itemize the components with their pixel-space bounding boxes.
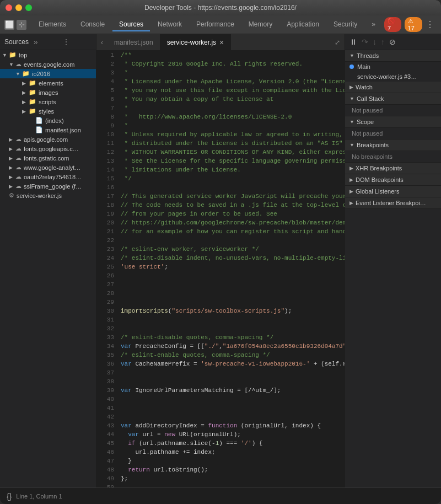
watch-section-header[interactable]: ▶ Watch	[345, 82, 441, 93]
code-line: var PrecacheConfig = [["./","1a676f054a8…	[121, 342, 340, 351]
editor-tab-manifest[interactable]: manifest.json	[107, 34, 160, 50]
tree-item-styles[interactable]: ▶ 📁 styles	[0, 106, 96, 116]
tab-performance[interactable]: Performance	[190, 18, 241, 31]
code-line: // https://github.com/googlechrome/sw-pr…	[121, 218, 340, 227]
code-line: * Unless required by applicable law or a…	[121, 130, 340, 139]
tab-security[interactable]: Security	[327, 18, 364, 31]
line-number: 21	[96, 227, 114, 236]
code-line: *	[121, 68, 340, 77]
code-line	[121, 395, 340, 404]
line-number: 22	[96, 236, 114, 245]
line-number: 33	[96, 333, 114, 342]
tree-item-apis[interactable]: ▶ ☁ apis.google.com	[0, 135, 96, 144]
minimize-button[interactable]	[15, 4, 22, 11]
code-line: /* eslint-env worker, serviceworker */	[121, 245, 340, 254]
threads-section-header[interactable]: ▼ Threads	[345, 50, 441, 62]
editor-tab-serviceworker[interactable]: service-worker.js ×	[160, 34, 232, 50]
line-number: 24	[96, 254, 114, 262]
tree-item-google-analytics[interactable]: ▶ ☁ www.google-analyt…	[0, 163, 96, 172]
tree-item-serviceworker[interactable]: ▶ ⚙ service-worker.js	[0, 191, 96, 200]
thread-main[interactable]: Main	[345, 62, 441, 72]
code-line: *	[121, 121, 340, 130]
code-line: // This generated service worker JavaScr…	[121, 192, 340, 201]
inspect-icon[interactable]: ⊹	[17, 20, 26, 30]
tab-console[interactable]: Console	[74, 18, 111, 31]
call-stack-section-header[interactable]: ▼ Call Stack	[345, 93, 441, 105]
tree-item-fonts-gstatic[interactable]: ▶ ☁ fonts.gstatic.com	[0, 153, 96, 163]
line-number: 28	[96, 289, 114, 298]
line-number: 43	[96, 421, 114, 430]
code-content[interactable]: /** * Copyright 2016 Google Inc. All rig…	[116, 51, 345, 487]
line-number: 9	[96, 121, 114, 130]
sidebar-more-icon[interactable]: »	[34, 37, 63, 46]
line-number: 40	[96, 395, 114, 404]
sidebar-menu-icon[interactable]: ⋮	[62, 37, 92, 46]
line-number: 5	[96, 86, 114, 95]
debugger-controls: ⏸ ↷ ↓ ↑ ⊘	[345, 34, 441, 50]
code-line: // for an example of how you can registe…	[121, 227, 340, 236]
code-line: url.pathname += index;	[121, 448, 340, 457]
tab-more[interactable]: »	[365, 18, 382, 31]
step-out-button[interactable]: ↑	[381, 37, 385, 46]
code-line: * You may obtain a copy of the License a…	[121, 95, 340, 104]
tree-item-fonts-apis[interactable]: ▶ ☁ fonts.googleapis.c…	[0, 144, 96, 153]
thread-serviceworker[interactable]: service-worker.js #3…	[345, 72, 441, 82]
device-toggle-icon[interactable]: ⬜	[4, 20, 14, 30]
badge-group: 🚫 7 17	[384, 17, 422, 32]
code-line: * http://www.apache.org/licenses/LICENSE…	[121, 112, 340, 121]
tab-memory[interactable]: Memory	[242, 18, 279, 31]
tree-item-top[interactable]: ▼ 📁 top	[0, 50, 96, 60]
code-line: *	[121, 104, 340, 112]
tab-network[interactable]: Network	[151, 18, 189, 31]
step-into-button[interactable]: ↓	[373, 37, 377, 46]
event-listener-breakpoints-section-header[interactable]: ▶ Event Listener Breakpoi…	[345, 197, 441, 209]
code-line	[121, 412, 340, 421]
tree-item-elements[interactable]: ▶ 📁 elements	[0, 78, 96, 88]
tab-application[interactable]: Application	[280, 18, 326, 31]
warn-badge[interactable]: 17	[405, 17, 422, 32]
line-number: 10	[96, 130, 114, 139]
tree-item-sslframe[interactable]: ▶ ☁ sslFrame_google (f…	[0, 181, 96, 191]
xhr-breakpoints-section-header[interactable]: ▶ XHR Breakpoints	[345, 163, 441, 174]
deactivate-breakpoints-button[interactable]: ⊘	[389, 37, 396, 46]
tab-close-icon[interactable]: ×	[219, 38, 224, 47]
line-number: 20	[96, 218, 114, 227]
line-number: 32	[96, 324, 114, 333]
line-number: 48	[96, 465, 114, 474]
dom-breakpoints-section-header[interactable]: ▶ DOM Breakpoints	[345, 174, 441, 186]
tree-item-events[interactable]: ▼ ☁ events.google.com	[0, 60, 96, 69]
tab-nav-back[interactable]: ‹	[96, 37, 107, 48]
global-listeners-section-header[interactable]: ▶ Global Listeners	[345, 186, 441, 197]
right-panel: ⏸ ↷ ↓ ↑ ⊘ ▼ Threads Main service-worker.…	[345, 34, 441, 487]
code-line: /**	[121, 51, 340, 60]
scope-section-header[interactable]: ▼ Scope	[345, 116, 441, 128]
tree-item-manifest[interactable]: ▶ 📄 manifest.json	[0, 125, 96, 135]
tree-item-io2016[interactable]: ▼ 📁 io2016	[0, 69, 96, 78]
tab-sources[interactable]: Sources	[112, 18, 150, 31]
line-number: 50	[96, 483, 114, 487]
code-line: * Licensed under the Apache License, Ver…	[121, 77, 340, 86]
line-number: 7	[96, 104, 114, 112]
tree-item-scripts[interactable]: ▶ 📁 scripts	[0, 97, 96, 106]
tree-item-index[interactable]: ▶ 📄 (index)	[0, 116, 96, 125]
line-number: 46	[96, 448, 114, 457]
line-number: 3	[96, 68, 114, 77]
tree-item-images[interactable]: ▶ 📁 images	[0, 88, 96, 97]
tab-elements[interactable]: Elements	[32, 18, 73, 31]
pause-button[interactable]: ⏸	[349, 37, 357, 46]
code-line: };	[121, 474, 340, 483]
code-line: /* eslint-enable quotes, comma-spacing *…	[121, 351, 340, 360]
breakpoints-section-header[interactable]: ▼ Breakpoints	[345, 140, 441, 151]
step-over-button[interactable]: ↷	[362, 37, 368, 46]
line-number: 4	[96, 77, 114, 86]
editor-expand-icon[interactable]: ⤢	[330, 39, 345, 46]
window-controls[interactable]	[6, 4, 32, 11]
tree-item-oauth[interactable]: ▶ ☁ oauth2relay754618…	[0, 172, 96, 181]
close-button[interactable]	[6, 4, 12, 11]
error-badge[interactable]: 🚫 7	[384, 17, 401, 32]
line-number: 25	[96, 262, 114, 271]
more-menu-button[interactable]: ⋮	[423, 19, 437, 30]
call-stack-content: Not paused	[345, 105, 441, 116]
line-number: 38	[96, 377, 114, 386]
maximize-button[interactable]	[25, 4, 32, 11]
